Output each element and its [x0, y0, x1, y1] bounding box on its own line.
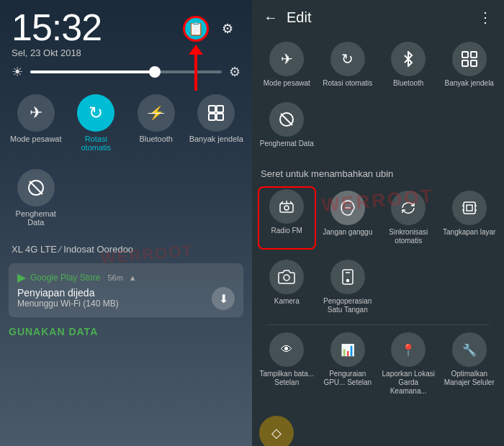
brightness-fill	[30, 70, 155, 73]
tile-mode-pesawat[interactable]: ✈ Mode pesawat	[258, 37, 316, 92]
notif-body: Penyiapan dijeda Menunggu Wi-Fi (140 MB)…	[17, 287, 235, 310]
svg-rect-18	[467, 205, 472, 211]
tile-tampilkan[interactable]: 👁 Tampilkan bata... Setelan	[258, 328, 316, 400]
add-tiles-section: Radio FM Jangan ganggu	[252, 183, 504, 409]
screenshot-circle	[452, 191, 487, 225]
rotasi-label: Rotasi otomatis	[323, 79, 372, 88]
section-label: Seret untuk menambahkan ubin	[252, 164, 504, 183]
play-store-icon: ▶	[17, 270, 26, 284]
tampilkan-circle: 👁	[269, 332, 304, 367]
banyak-jendela-circle	[452, 42, 487, 76]
satu-tangan-label: Pengoperasian Satu Tangan	[320, 297, 376, 314]
svg-rect-17	[464, 202, 475, 214]
left-top-bar: 15:32 Sel, 23 Okt 2018 📋 ⚙	[0, 0, 252, 58]
svg-rect-0	[209, 106, 215, 112]
download-icon[interactable]: ⬇	[212, 287, 235, 310]
gpu-circle: 📊	[330, 332, 365, 367]
datasaver-circle	[17, 169, 55, 206]
sinkronisasi-label: Sinkronisasi otomatis	[381, 228, 436, 245]
svg-rect-7	[471, 52, 477, 58]
svg-point-23	[284, 275, 289, 281]
rotation-circle: ↻	[77, 94, 114, 132]
top-icons: 📋 ⚙	[183, 16, 240, 42]
lokasi-circle: 📍	[391, 332, 426, 367]
svg-line-5	[30, 181, 42, 194]
active-tiles-section: ✈ Mode pesawat ↻ Rotasi otomatis Bluetoo…	[252, 35, 504, 161]
tile-bottom[interactable]: ◇	[258, 411, 295, 446]
tile-rotasi[interactable]: ↻ Rotasi otomatis	[319, 37, 377, 92]
add-tiles-row1: Radio FM Jangan ganggu	[258, 186, 498, 250]
edit-quick-settings-button[interactable]: 📋	[183, 16, 209, 42]
arrow-head	[189, 45, 203, 55]
settings-button[interactable]: ⚙	[215, 16, 240, 42]
time-display: 15:32	[12, 9, 102, 46]
left-panel: 15:32 Sel, 23 Okt 2018 📋 ⚙ ☀ ⚙ ✈ Mode pe…	[0, 0, 252, 446]
notif-time: 56m	[107, 273, 122, 282]
lokasi-label: Laporkan Lokasi Garda Keamana...	[381, 370, 436, 396]
banyak-jendela-label: Banyak jendela	[445, 79, 494, 88]
brightness-thumb[interactable]	[149, 66, 161, 78]
tile-manajer[interactable]: 🔧 Optimalkan Manajer Seluler	[441, 328, 499, 400]
multiwindow-circle	[197, 94, 235, 132]
back-button[interactable]: ←	[264, 9, 278, 26]
tile-lokasi[interactable]: 📍 Laporkan Lokasi Garda Keamana...	[379, 328, 438, 400]
toggle-grid-row1: ✈ Mode pesawat ↻ Rotasi otomatis ⚡ Bluet…	[0, 86, 252, 160]
tile-screenshot[interactable]: Tangkapan layar	[441, 186, 499, 250]
jangan-ganggu-circle	[330, 191, 365, 225]
svg-point-26	[346, 280, 348, 282]
tile-sinkronisasi[interactable]: Sinkronisasi otomatis	[379, 186, 438, 250]
svg-rect-9	[471, 60, 477, 66]
radio-fm-circle	[269, 189, 304, 224]
notification-card[interactable]: ▶ Google Play Store 56m ▲ Penyiapan dije…	[9, 263, 243, 317]
brightness-settings-icon[interactable]: ⚙	[229, 64, 240, 80]
notif-title: Penyiapan dijeda	[17, 287, 119, 299]
tile-radio-fm[interactable]: Radio FM	[258, 186, 316, 250]
jangan-ganggu-label: Jangan ganggu	[323, 228, 372, 237]
multiwindow-label: Banyak jendela	[189, 135, 243, 143]
tile-jangan-ganggu[interactable]: Jangan ganggu	[319, 186, 377, 250]
arrow-annotation	[189, 45, 203, 91]
brightness-row: ☀ ⚙	[0, 58, 252, 86]
airplane-circle: ✈	[17, 94, 55, 132]
notif-header: ▶ Google Play Store 56m ▲	[17, 270, 235, 284]
penghemat-label: Penghemat Data	[260, 140, 314, 148]
more-options-button[interactable]: ⋮	[478, 9, 492, 26]
svg-rect-1	[217, 106, 223, 112]
tile-bluetooth-top[interactable]: Bluetooth	[379, 37, 438, 92]
svg-point-13	[284, 206, 289, 210]
right-panel: ← Edit ⋮ ✈ Mode pesawat ↻ Rotasi otomati…	[252, 0, 504, 446]
tile-kamera[interactable]: Kamera	[258, 255, 316, 319]
arrow-shaft	[194, 55, 197, 91]
mode-pesawat-circle: ✈	[269, 42, 304, 76]
kamera-circle	[269, 260, 304, 294]
notif-app-name: Google Play Store	[30, 273, 100, 283]
brightness-low-icon: ☀	[12, 64, 23, 80]
kamera-label: Kamera	[274, 297, 300, 306]
screenshot-label: Tangkapan layar	[443, 228, 495, 237]
tile-gpu[interactable]: 📊 Penguraian GPU... Setelan	[319, 328, 377, 400]
rotation-label: Rotasi otomatis	[69, 135, 124, 152]
sinkronisasi-circle	[391, 191, 426, 225]
toggle-bluetooth[interactable]: ⚡ Bluetooth	[126, 88, 186, 158]
tile-satu-tangan[interactable]: Pengoperasian Satu Tangan	[319, 255, 377, 319]
toggle-datasaver[interactable]: Penghemat Data	[6, 163, 66, 232]
gear-icon: ⚙	[222, 21, 233, 37]
toggle-rotation[interactable]: ↻ Rotasi otomatis	[66, 88, 127, 158]
radio-fm-label: Radio FM	[271, 227, 302, 235]
svg-rect-2	[209, 114, 215, 120]
bluetooth-top-label: Bluetooth	[393, 79, 423, 88]
tile-penghemat[interactable]: Penghemat Data	[258, 98, 316, 153]
use-data-button[interactable]: GUNAKAN DATA	[9, 326, 243, 337]
toggle-airplane[interactable]: ✈ Mode pesawat	[6, 88, 66, 158]
manajer-circle: 🔧	[452, 332, 487, 367]
manajer-label: Optimalkan Manajer Seluler	[442, 370, 498, 387]
time-block: 15:32 Sel, 23 Okt 2018	[12, 9, 102, 58]
divider2	[266, 324, 490, 325]
svg-rect-8	[462, 60, 468, 66]
mode-pesawat-label: Mode pesawat	[264, 79, 310, 88]
gpu-label: Penguraian GPU... Setelan	[320, 370, 376, 387]
tile-banyak-jendela[interactable]: Banyak jendela	[441, 37, 499, 92]
toggle-multiwindow[interactable]: Banyak jendela	[186, 88, 247, 158]
notif-expand-icon: ▲	[129, 273, 137, 282]
airplane-label: Mode pesawat	[10, 135, 62, 143]
